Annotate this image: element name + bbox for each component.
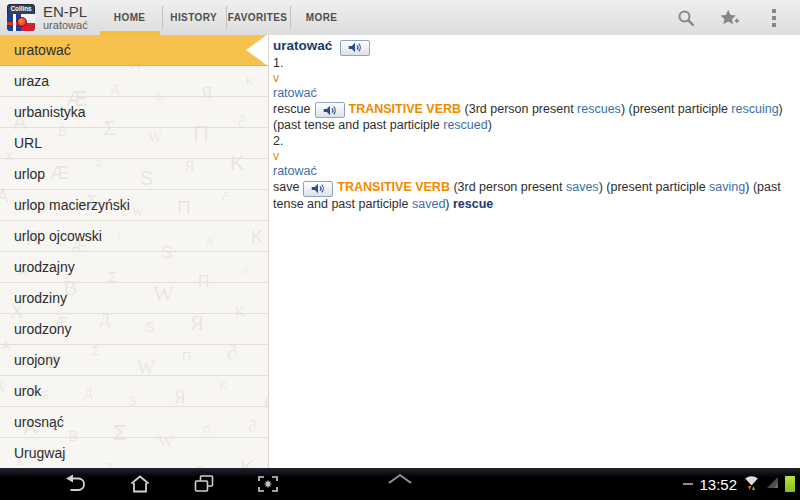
sidebar-item[interactable]: urlop ojcowski — [0, 221, 268, 252]
logo-dot-icon — [17, 17, 27, 27]
action-bar: Collins EN-PL uratować HOME HISTORY FAVO… — [0, 0, 800, 36]
sidebar-item[interactable]: urodziny — [0, 283, 268, 314]
action-bar-buttons — [676, 8, 800, 28]
sidebar-item[interactable]: Urugwaj — [0, 438, 268, 468]
sidebar-item-label: urojony — [14, 352, 60, 368]
sidebar-item-label: uratować — [14, 42, 71, 58]
nav-buttons — [62, 468, 282, 500]
tab-more[interactable]: MORE — [290, 0, 354, 35]
sidebar-item-label: urodziny — [14, 290, 67, 306]
app-window: Collins EN-PL uratować HOME HISTORY FAVO… — [0, 0, 800, 500]
word-list: uratowaćurazaurbanistykaURLurlopurlop ma… — [0, 35, 268, 468]
search-icon[interactable] — [676, 8, 696, 28]
sidebar-item-label: urbanistyka — [14, 104, 86, 120]
grammar-label: TRANSITIVE VERB — [349, 102, 462, 116]
sidebar-item-label: urosnąć — [14, 414, 64, 430]
tab-history[interactable]: HISTORY — [162, 0, 226, 35]
sidebar-item[interactable]: urodzony — [0, 314, 268, 345]
sidebar-item[interactable]: urojony — [0, 345, 268, 376]
pronounce-button[interactable] — [340, 40, 370, 56]
headword-line: uratować — [273, 38, 794, 56]
sidebar-item-label: Urugwaj — [14, 445, 65, 461]
battery-icon — [785, 476, 795, 492]
definition-line: save TRANSITIVE VERB (3rd person present… — [273, 180, 794, 212]
word-form-link[interactable]: rescued — [443, 118, 487, 132]
senses: 1.vratowaćrescue TRANSITIVE VERB (3rd pe… — [273, 56, 794, 212]
sidebar-item-label: urlop macierzyński — [14, 197, 130, 213]
signal-icon — [766, 475, 779, 493]
source-word-link[interactable]: ratować — [273, 164, 317, 178]
sidebar-item[interactable]: urlop — [0, 159, 268, 190]
sidebar-item-label: urodzajny — [14, 259, 75, 275]
word-form-link[interactable]: saving — [709, 180, 745, 194]
grammar-label: TRANSITIVE VERB — [337, 180, 450, 194]
pronounce-translation-button[interactable] — [315, 102, 345, 118]
sidebar-item-label: urok — [14, 383, 41, 399]
pronounce-translation-button[interactable] — [303, 181, 333, 197]
add-favorite-star-icon[interactable] — [720, 8, 740, 28]
back-icon[interactable] — [62, 472, 90, 496]
sidebar-item-label: urodzony — [14, 321, 72, 337]
word-form-link[interactable]: saved — [412, 197, 445, 211]
sidebar-item[interactable]: uratować — [0, 35, 268, 66]
word-form-link[interactable]: saves — [566, 180, 599, 194]
sense-number: 2. — [273, 134, 283, 148]
tab-home[interactable]: HOME — [98, 0, 162, 35]
chevron-up-icon[interactable] — [386, 472, 414, 486]
selected-item-arrow-notch — [246, 35, 268, 66]
tab-bar: HOME HISTORY FAVORITES MORE — [98, 0, 354, 35]
sidebar-item[interactable]: urlop macierzyński — [0, 190, 268, 221]
wifi-icon — [743, 474, 760, 495]
logo-text: Collins — [8, 5, 33, 14]
part-of-speech: v — [273, 149, 279, 163]
clock: 13:52 — [699, 476, 737, 493]
sidebar-item[interactable]: urodzajny — [0, 252, 268, 283]
title-block: EN-PL uratować — [43, 4, 88, 31]
sidebar-item[interactable]: URL — [0, 128, 268, 159]
headword: uratować — [273, 38, 332, 53]
status-cluster[interactable]: 13:52 — [683, 468, 795, 500]
notification-dash-icon — [683, 483, 693, 485]
entry-pane: uratować 1.vratowaćrescue TRANSITIVE VER… — [268, 35, 800, 468]
sense-number: 1. — [273, 56, 283, 70]
sidebar-item-label: urlop ojcowski — [14, 228, 102, 244]
sidebar-item-label: uraza — [14, 73, 49, 89]
sidebar-item[interactable]: urbanistyka — [0, 97, 268, 128]
home-icon[interactable] — [126, 472, 154, 496]
sidebar-item-label: URL — [14, 135, 42, 151]
collins-app-logo: Collins — [7, 4, 35, 31]
word-form-link[interactable]: rescuing — [731, 102, 778, 116]
word-list-panel: ABΣWΠ∂ΩXÆдSЯKGABΣWΠ∂ΩXÆдSЯKGABΣWΠ∂ΩXÆдSЯ… — [0, 35, 268, 468]
current-word-subtitle: uratować — [43, 20, 88, 32]
system-navigation-bar: 13:52 — [0, 468, 800, 500]
sidebar-item[interactable]: urosnąć — [0, 407, 268, 438]
part-of-speech: v — [273, 71, 279, 85]
cross-reference-link[interactable]: rescue — [453, 197, 493, 211]
dictionary-direction-title: EN-PL — [43, 4, 88, 20]
recent-apps-icon[interactable] — [190, 472, 218, 496]
sidebar-item[interactable]: uraza — [0, 66, 268, 97]
overflow-menu-icon[interactable] — [764, 8, 784, 28]
sidebar-item[interactable]: urok — [0, 376, 268, 407]
word-form-link[interactable]: rescues — [577, 102, 621, 116]
sidebar-item-label: urlop — [14, 166, 45, 182]
tab-favorites[interactable]: FAVORITES — [226, 0, 290, 35]
source-word-link[interactable]: ratować — [273, 86, 317, 100]
definition-line: rescue TRANSITIVE VERB (3rd person prese… — [273, 102, 794, 134]
screenshot-icon[interactable] — [254, 472, 282, 496]
